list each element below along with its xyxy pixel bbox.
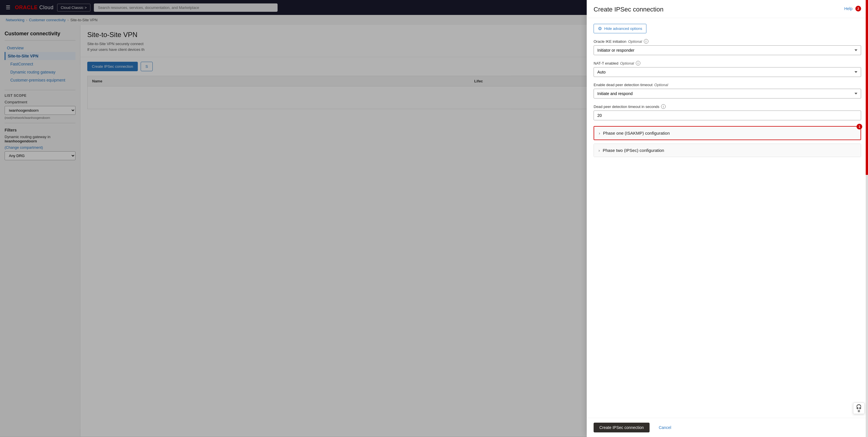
phase-one-collapsible: 1 › Phase one (ISAKMP) configuration	[594, 126, 861, 140]
dead-peer-optional: Optional	[654, 83, 668, 87]
help-widget-icon: 🎧	[856, 404, 862, 409]
cancel-button[interactable]: Cancel	[654, 423, 676, 432]
phase-one-label: Phase one (ISAKMP) configuration	[603, 131, 670, 135]
scroll-thumb	[866, 0, 868, 175]
dead-peer-timeout-info-icon[interactable]: i	[661, 104, 665, 109]
create-ipsec-panel: Create IPSec connection Help 2 ⚙ Hide ad…	[587, 0, 868, 437]
nat-t-select[interactable]: Auto Enabled Disabled	[594, 67, 861, 77]
ike-initiation-label: Oracle IKE initiation Optional i	[594, 39, 861, 44]
create-ipsec-button[interactable]: Create IPSec connection	[594, 423, 650, 432]
overlay: Create IPSec connection Help 2 ⚙ Hide ad…	[0, 0, 868, 437]
phase-two-collapsible: › Phase two (IPSec) configuration	[594, 144, 861, 157]
hide-advanced-options-button[interactable]: ⚙ Hide advanced options	[594, 24, 646, 33]
dead-peer-group: Enable dead peer detection timeout Optio…	[594, 83, 861, 98]
panel-footer: Create IPSec connection Cancel	[587, 418, 868, 437]
dead-peer-select[interactable]: Initiate and respond Disabled	[594, 89, 861, 98]
scroll-indicator[interactable]	[866, 0, 868, 437]
phase-two-label: Phase two (IPSec) configuration	[603, 148, 664, 153]
phase-two-chevron-icon: ›	[598, 148, 600, 153]
advanced-options-icon: ⚙	[598, 26, 602, 31]
phase-one-header[interactable]: › Phase one (ISAKMP) configuration	[594, 127, 861, 139]
phase-two-header[interactable]: › Phase two (IPSec) configuration	[594, 144, 861, 157]
nat-t-label: NAT-T enabled Optional i	[594, 61, 861, 65]
panel-body: ⚙ Hide advanced options Oracle IKE initi…	[587, 18, 868, 418]
ike-initiation-info-icon[interactable]: i	[644, 39, 648, 44]
ike-initiation-group: Oracle IKE initiation Optional i Initiat…	[594, 39, 861, 55]
dead-peer-timeout-label: Dead peer detection timeout in seconds i	[594, 104, 861, 109]
phase-one-chevron-icon: ›	[599, 131, 600, 135]
help-badge: 2	[856, 6, 861, 11]
panel-header-right: Help 2	[844, 6, 861, 11]
panel-header: Create IPSec connection Help 2	[587, 0, 868, 18]
nat-t-info-icon[interactable]: i	[636, 61, 640, 65]
panel-help-link[interactable]: Help	[844, 6, 852, 11]
ike-initiation-optional: Optional	[628, 39, 642, 44]
dead-peer-timeout-input[interactable]	[594, 111, 861, 120]
help-widget-grid-icon: ⊞	[858, 409, 860, 413]
help-widget[interactable]: 🎧 ⊞	[853, 403, 865, 414]
dead-peer-label: Enable dead peer detection timeout Optio…	[594, 83, 861, 87]
nat-t-optional: Optional	[620, 61, 634, 65]
panel-title: Create IPSec connection	[594, 6, 663, 13]
advanced-options-label: Hide advanced options	[604, 26, 642, 31]
nat-t-group: NAT-T enabled Optional i Auto Enabled Di…	[594, 61, 861, 77]
ike-initiation-select[interactable]: Initiator or responder Initiator only Re…	[594, 45, 861, 55]
phase-one-badge: 1	[857, 124, 862, 129]
dead-peer-timeout-group: Dead peer detection timeout in seconds i	[594, 104, 861, 120]
